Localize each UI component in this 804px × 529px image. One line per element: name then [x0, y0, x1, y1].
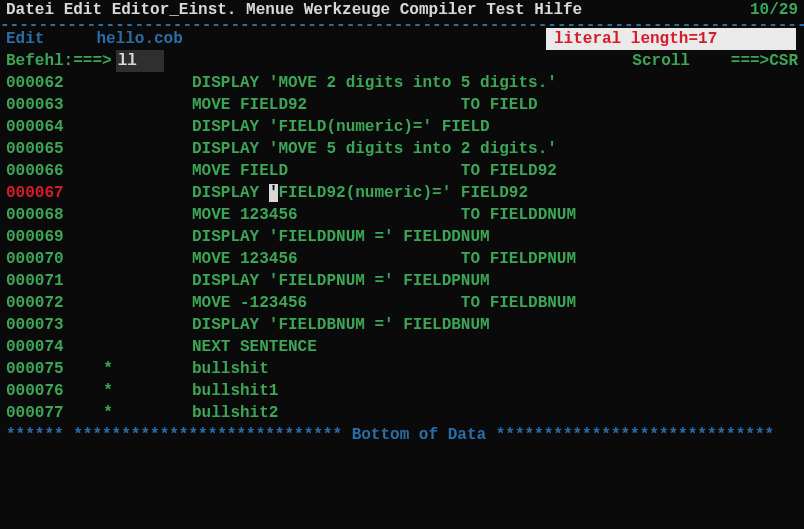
line-counter: 10/29: [750, 1, 798, 19]
code-text: DISPLAY 'FIELD(numeric)=' FIELD: [192, 118, 490, 136]
sequence-number: 000062: [6, 72, 80, 94]
sequence-number: 000065: [6, 138, 80, 160]
menu-item-edit[interactable]: Edit: [64, 1, 102, 19]
code-text: DISPLAY: [192, 184, 269, 202]
command-arrow: ===>: [73, 50, 111, 72]
code-text: DISPLAY 'FIELDBNUM =' FIELDBNUM: [192, 316, 490, 334]
code-line[interactable]: 000064 DISPLAY 'FIELD(numeric)=' FIELD: [6, 116, 798, 138]
code-line[interactable]: 000062 DISPLAY 'MOVE 2 digits into 5 dig…: [6, 72, 798, 94]
indent: [80, 116, 136, 138]
sequence-number: 000071: [6, 270, 80, 292]
sequence-number: 000067: [6, 182, 80, 204]
indent: [80, 336, 136, 358]
code-text: bullshit1: [192, 382, 278, 400]
indent: [80, 292, 136, 314]
sequence-number: 000076: [6, 380, 80, 402]
code-line[interactable]: 000069 DISPLAY 'FIELDDNUM =' FIELDDNUM: [6, 226, 798, 248]
menu-item-werkzeuge[interactable]: Werkzeuge: [304, 1, 390, 19]
indent: [80, 160, 136, 182]
code-text: bullshit2: [192, 404, 278, 422]
code-text: MOVE 123456 TO FIELDPNUM: [192, 250, 576, 268]
mode-label: Edit: [6, 28, 44, 50]
status-message: literal length=17: [546, 28, 796, 50]
scroll-label: Scroll: [632, 50, 690, 72]
menu-item-test[interactable]: Test: [486, 1, 524, 19]
sequence-number: 000077: [6, 402, 80, 424]
sequence-number: 000066: [6, 160, 80, 182]
title-bar: Edit hello.cob literal length=17: [0, 28, 804, 50]
indicator: *: [80, 358, 136, 380]
menu-item-compiler[interactable]: Compiler: [400, 1, 477, 19]
sequence-number: 000073: [6, 314, 80, 336]
indent: [80, 182, 136, 204]
indent: [80, 72, 136, 94]
code-text: DISPLAY 'FIELDPNUM =' FIELDPNUM: [192, 272, 490, 290]
code-line[interactable]: 000063 MOVE FIELD92 TO FIELD: [6, 94, 798, 116]
code-line[interactable]: 000077* bullshit2: [6, 402, 798, 424]
code-text: DISPLAY 'MOVE 2 digits into 5 digits.': [192, 74, 557, 92]
indicator: *: [80, 402, 136, 424]
bottom-of-data: ****** **************************** Bott…: [0, 424, 804, 446]
code-text: FIELD92(numeric)=' FIELD92: [278, 184, 528, 202]
indent: [80, 204, 136, 226]
sequence-number: 000069: [6, 226, 80, 248]
code-text: DISPLAY 'FIELDDNUM =' FIELDDNUM: [192, 228, 490, 246]
code-text: bullshit: [192, 360, 269, 378]
filename: hello.cob: [96, 28, 182, 50]
menu-item-datei[interactable]: Datei: [6, 1, 54, 19]
indent: [80, 226, 136, 248]
sequence-number: 000068: [6, 204, 80, 226]
code-line[interactable]: 000074 NEXT SENTENCE: [6, 336, 798, 358]
code-line[interactable]: 000073 DISPLAY 'FIELDBNUM =' FIELDBNUM: [6, 314, 798, 336]
indent: [80, 138, 136, 160]
menu-item-menue[interactable]: Menue: [246, 1, 294, 19]
code-line[interactable]: 000075* bullshit: [6, 358, 798, 380]
code-text: DISPLAY 'MOVE 5 digits into 2 digits.': [192, 140, 557, 158]
sequence-number: 000070: [6, 248, 80, 270]
text-cursor: ': [269, 184, 279, 202]
command-label: Befehl:: [6, 50, 73, 72]
code-text: MOVE FIELD92 TO FIELD: [192, 96, 538, 114]
code-text: MOVE -123456 TO FIELDBNUM: [192, 294, 576, 312]
code-text: MOVE 123456 TO FIELDDNUM: [192, 206, 576, 224]
indicator: *: [80, 380, 136, 402]
scroll-arrow: [696, 50, 725, 72]
code-line[interactable]: 000066 MOVE FIELD TO FIELD92: [6, 160, 798, 182]
sequence-number: 000072: [6, 292, 80, 314]
sequence-number: 000074: [6, 336, 80, 358]
command-row: Befehl: ===> Scroll ===> CSR: [0, 50, 804, 72]
code-line[interactable]: 000068 MOVE 123456 TO FIELDDNUM: [6, 204, 798, 226]
code-line[interactable]: 000076* bullshit1: [6, 380, 798, 402]
code-line[interactable]: 000071 DISPLAY 'FIELDPNUM =' FIELDPNUM: [6, 270, 798, 292]
sequence-number: 000063: [6, 94, 80, 116]
sequence-number: 000064: [6, 116, 80, 138]
code-text: NEXT SENTENCE: [192, 338, 317, 356]
indent: [80, 248, 136, 270]
menu-bar: Datei Edit Editor_Einst. Menue Werkzeuge…: [0, 0, 804, 22]
code-area[interactable]: 000062 DISPLAY 'MOVE 2 digits into 5 dig…: [0, 72, 804, 424]
sequence-number: 000075: [6, 358, 80, 380]
code-line[interactable]: 000070 MOVE 123456 TO FIELDPNUM: [6, 248, 798, 270]
scroll-arrow2: ===>: [731, 50, 769, 72]
code-line[interactable]: 000067 DISPLAY 'FIELD92(numeric)=' FIELD…: [6, 182, 798, 204]
indent: [80, 314, 136, 336]
code-line[interactable]: 000072 MOVE -123456 TO FIELDBNUM: [6, 292, 798, 314]
menu-item-editor-einst-[interactable]: Editor_Einst.: [112, 1, 237, 19]
menu-item-hilfe[interactable]: Hilfe: [534, 1, 582, 19]
indent: [80, 94, 136, 116]
code-line[interactable]: 000065 DISPLAY 'MOVE 5 digits into 2 dig…: [6, 138, 798, 160]
code-text: MOVE FIELD TO FIELD92: [192, 162, 557, 180]
indent: [80, 270, 136, 292]
scroll-value: CSR: [769, 50, 798, 72]
command-input[interactable]: [116, 50, 164, 72]
